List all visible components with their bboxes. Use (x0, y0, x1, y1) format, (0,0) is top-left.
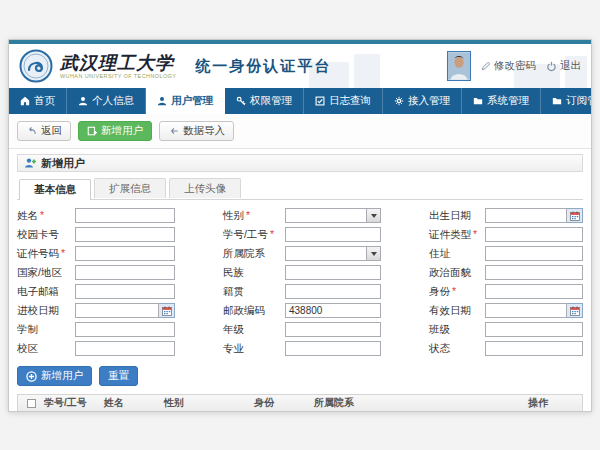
chevron-down-icon[interactable] (367, 208, 381, 223)
back-button[interactable]: 返回 (17, 121, 71, 141)
calendar-icon[interactable] (567, 303, 583, 318)
reset-button[interactable]: 重置 (99, 366, 138, 386)
home-icon (20, 96, 30, 106)
student-id-input[interactable] (285, 227, 381, 242)
name-input[interactable] (75, 208, 175, 223)
email-input[interactable] (75, 284, 175, 299)
enroll-date-input[interactable] (75, 303, 159, 318)
political-status-input[interactable] (485, 265, 583, 280)
status-input[interactable] (485, 341, 583, 356)
campus-card-input[interactable] (75, 227, 175, 242)
col-identity: 身份 (250, 396, 310, 410)
col-student-id: 学号/工号 (40, 396, 100, 410)
university-name-en: WUHAN UNIVERSITY OF TECHNOLOGY (60, 73, 176, 79)
header: 武汉理工大学 WUHAN UNIVERSITY OF TECHNOLOGY 统一… (9, 44, 591, 88)
folder-icon (473, 96, 483, 106)
col-actions: 操作 (524, 396, 582, 410)
toolbar: 返回 新增用户 数据导入 (9, 114, 591, 149)
logout-link[interactable]: 退出 (546, 59, 581, 73)
nav-item-permission[interactable]: 权限管理 (225, 88, 304, 114)
university-name-cn: 武汉理工大学 (60, 54, 176, 72)
nav-item-home[interactable]: 首页 (9, 88, 67, 114)
nav-item-subscription[interactable]: 订阅管理 (541, 88, 592, 114)
calendar-icon[interactable] (567, 208, 583, 223)
department-select-input[interactable] (285, 246, 367, 261)
folder-icon (552, 96, 562, 106)
col-name: 姓名 (100, 396, 160, 410)
add-user-icon (24, 157, 36, 169)
country-input[interactable] (75, 265, 175, 280)
nav-item-logs[interactable]: 日志查询 (304, 88, 383, 114)
chevron-down-icon[interactable] (367, 246, 381, 261)
add-user-submit-button[interactable]: 新增用户 (17, 366, 92, 386)
user-icon (78, 96, 88, 106)
class-input[interactable] (485, 322, 583, 337)
school-system-input[interactable] (75, 322, 175, 337)
gear-icon (394, 96, 404, 106)
postal-code-input[interactable] (285, 303, 381, 318)
id-number-input[interactable] (75, 246, 175, 261)
data-import-button[interactable]: 数据导入 (159, 121, 234, 141)
panel-header: 新增用户 (17, 154, 583, 172)
pencil-icon (481, 61, 491, 71)
nav-item-system[interactable]: 系统管理 (462, 88, 541, 114)
basic-info-form: 姓名* 性别* 出生日期 校园卡号 学号/工号* 证件类型* 证件号码* 所属院… (9, 200, 591, 363)
nav-item-user-management[interactable]: 用户管理 (146, 88, 225, 114)
building-watermark (354, 54, 380, 88)
import-arrow-icon (168, 126, 179, 136)
gender-select-input[interactable] (285, 208, 367, 223)
campus-input[interactable] (75, 341, 175, 356)
plus-circle-icon (26, 371, 37, 382)
main-nav: 首页 个人信息 用户管理 权限管理 日志查询 (9, 88, 591, 114)
ethnicity-input[interactable] (285, 265, 381, 280)
col-gender: 性别 (160, 396, 250, 410)
user-table: 学号/工号 姓名 性别 身份 所属院系 操作 (17, 394, 583, 412)
native-place-input[interactable] (285, 284, 381, 299)
power-icon (546, 61, 557, 72)
tab-basic-info[interactable]: 基本信息 (19, 179, 91, 200)
identity-input[interactable] (485, 284, 583, 299)
change-password-link[interactable]: 修改密码 (481, 59, 536, 73)
checklist-icon (315, 96, 325, 106)
form-actions: 新增用户 重置 (9, 363, 591, 392)
major-input[interactable] (285, 341, 381, 356)
tab-bar: 基本信息 扩展信息 上传头像 (17, 178, 583, 200)
add-document-icon (87, 126, 97, 136)
nav-item-access[interactable]: 接入管理 (383, 88, 462, 114)
app-window: 武汉理工大学 WUHAN UNIVERSITY OF TECHNOLOGY 统一… (8, 39, 592, 412)
university-logo (19, 49, 53, 83)
id-type-input[interactable] (485, 227, 583, 242)
calendar-icon[interactable] (159, 303, 175, 318)
back-arrow-icon (26, 126, 37, 136)
table-header-row: 学号/工号 姓名 性别 身份 所属院系 操作 (17, 394, 583, 412)
address-input[interactable] (485, 246, 583, 261)
valid-date-input[interactable] (485, 303, 567, 318)
tab-extended-info[interactable]: 扩展信息 (94, 178, 166, 198)
platform-title: 统一身份认证平台 (195, 57, 331, 76)
grade-input[interactable] (285, 322, 381, 337)
tab-upload-avatar[interactable]: 上传头像 (169, 178, 241, 198)
avatar[interactable] (447, 51, 471, 81)
nav-item-profile[interactable]: 个人信息 (67, 88, 146, 114)
add-user-toolbar-button[interactable]: 新增用户 (78, 121, 152, 141)
birth-date-input[interactable] (485, 208, 567, 223)
key-icon (236, 96, 246, 106)
select-all-checkbox[interactable] (27, 399, 36, 408)
users-icon (157, 96, 167, 106)
col-department: 所属院系 (310, 396, 524, 410)
panel-title: 新增用户 (41, 156, 85, 171)
